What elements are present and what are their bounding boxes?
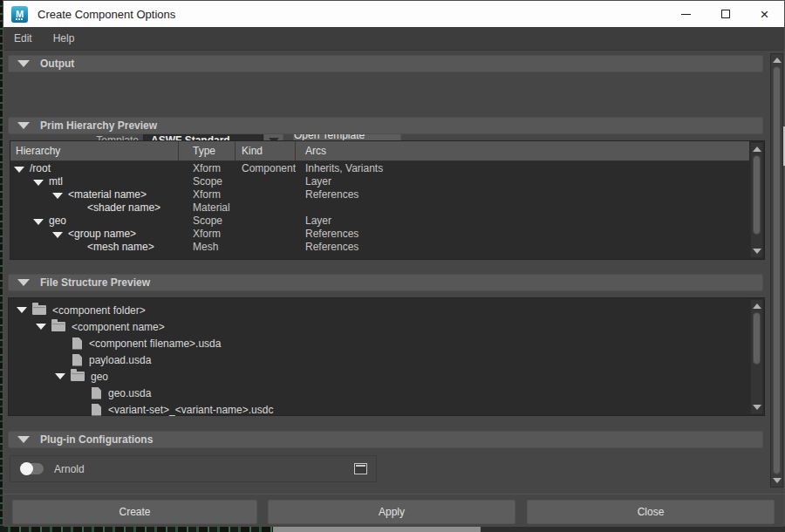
menu-bar: Edit Help	[3, 27, 784, 51]
expander-icon[interactable]	[55, 373, 65, 379]
collapse-triangle-icon	[17, 436, 30, 443]
dialog-scrollbar[interactable]	[770, 53, 783, 488]
prim-type: Mesh	[179, 241, 236, 253]
prim-name: <material name>	[68, 188, 147, 201]
section-title: File Structure Preview	[40, 276, 150, 289]
prim-type: Xform	[179, 228, 236, 240]
maximize-icon	[721, 10, 730, 18]
close-button[interactable]: ×	[745, 1, 784, 27]
file-icon	[92, 387, 101, 399]
prim-name: mtl	[49, 175, 63, 188]
prim-arcs: Inherits, Variants	[296, 162, 749, 174]
apply-button[interactable]: Apply	[268, 500, 515, 524]
file-icon	[92, 404, 101, 416]
scroll-down-icon[interactable]	[751, 402, 762, 413]
scroll-up-icon[interactable]	[751, 301, 762, 311]
scroll-down-icon[interactable]	[751, 246, 762, 256]
table-row[interactable]: geo Scope Layer	[10, 214, 749, 227]
folder-icon	[32, 305, 46, 315]
close-dialog-button[interactable]: Close	[527, 500, 775, 524]
prim-arcs: References	[296, 241, 749, 253]
expander-icon[interactable]	[17, 307, 27, 313]
create-component-options-dialog: M Create Component Options × Edit Help O…	[3, 0, 785, 526]
section-title: Plug-in Configurations	[40, 433, 153, 446]
table-row[interactable]: <shader name> Material	[10, 201, 749, 214]
column-header-arcs[interactable]: Arcs	[296, 141, 749, 160]
section-header-file-structure[interactable]: File Structure Preview	[8, 274, 763, 291]
window-title: Create Component Options	[38, 8, 175, 21]
dialog-footer: Create Apply Close	[3, 494, 784, 527]
section-header-output[interactable]: Output	[8, 55, 763, 72]
tree-item[interactable]: geo	[9, 368, 764, 385]
file-icon	[72, 354, 82, 366]
collapse-triangle-icon	[17, 60, 30, 67]
expander-icon[interactable]	[52, 193, 63, 199]
toggle-knob	[20, 462, 33, 475]
tree-scrollbar[interactable]	[750, 299, 763, 414]
dialog-content: Output Template ASWF Standard (default) …	[3, 51, 784, 494]
scroll-up-icon[interactable]	[771, 55, 782, 65]
table-row[interactable]: <group name> Xform References	[10, 227, 749, 240]
expander-icon[interactable]	[14, 167, 24, 173]
section-title: Output	[40, 58, 74, 70]
scrollbar-thumb[interactable]	[753, 155, 761, 235]
create-button[interactable]: Create	[12, 500, 257, 524]
prim-type: Xform	[179, 188, 236, 201]
collapse-triangle-icon	[17, 122, 30, 129]
column-header-hierarchy[interactable]: Hierarchy	[10, 141, 179, 160]
prim-type: Scope	[179, 215, 236, 227]
background-window-sliver-bottom	[0, 526, 785, 532]
tree-item[interactable]: <component folder>	[9, 302, 764, 318]
expander-icon[interactable]	[33, 180, 44, 186]
expander-icon[interactable]	[36, 324, 46, 330]
column-header-kind[interactable]: Kind	[236, 141, 296, 160]
table-scrollbar[interactable]	[750, 142, 763, 258]
prim-name: <shader name>	[87, 201, 160, 214]
file-icon	[72, 338, 82, 350]
file-structure-tree: <component folder> <component name> <com…	[8, 297, 765, 416]
maximize-button[interactable]	[706, 1, 745, 27]
background-scrollbar-fragment	[273, 526, 481, 532]
scrollbar-thumb[interactable]	[773, 66, 781, 474]
section-title: Prim Hierarchy Preview	[40, 119, 157, 132]
window-controls: ×	[666, 1, 784, 27]
table-row[interactable]: mtl Scope Layer	[10, 174, 749, 188]
tree-item[interactable]: geo.usda	[9, 385, 764, 401]
tree-item[interactable]: <component name>	[9, 318, 764, 335]
tree-label: <component folder>	[52, 304, 146, 317]
prim-hierarchy-table: Hierarchy Type Kind Arcs /root Xform Com…	[10, 140, 765, 260]
close-icon: ×	[761, 7, 769, 22]
scroll-up-icon[interactable]	[751, 144, 762, 154]
tree-item[interactable]: payload.usda	[9, 351, 764, 368]
expander-icon[interactable]	[52, 232, 63, 238]
folder-icon	[71, 372, 85, 381]
minimize-button[interactable]	[666, 1, 706, 27]
arnold-toggle[interactable]	[20, 463, 44, 474]
table-row[interactable]: <mesh name> Mesh References	[10, 240, 749, 253]
table-row[interactable]: /root Xform Component Inherits, Variants	[10, 161, 749, 174]
prim-name: <mesh name>	[87, 241, 154, 253]
prim-arcs: References	[296, 228, 749, 240]
minimize-icon	[681, 14, 691, 15]
table-row[interactable]: <material name> Xform References	[10, 188, 749, 201]
tree-item[interactable]: <variant-set>_<variant-name>.usdc	[9, 401, 764, 418]
prim-kind: Component	[236, 162, 296, 174]
section-header-prim-hierarchy[interactable]: Prim Hierarchy Preview	[8, 117, 763, 134]
expander-icon[interactable]	[33, 219, 44, 225]
section-header-plugin-configurations[interactable]: Plug-in Configurations	[8, 431, 763, 448]
tree-label: geo.usda	[108, 387, 151, 399]
arnold-plugin-row: Arnold	[10, 455, 377, 482]
prim-name: <group name>	[68, 228, 136, 240]
menu-edit[interactable]: Edit	[14, 32, 32, 44]
scrollbar-thumb[interactable]	[753, 312, 761, 365]
popout-window-icon[interactable]	[354, 463, 367, 474]
tree-label: <component filename>.usda	[89, 338, 221, 350]
prim-arcs: References	[296, 188, 749, 201]
scroll-down-icon[interactable]	[771, 475, 782, 486]
menu-help[interactable]: Help	[53, 32, 75, 44]
tree-item[interactable]: <component filename>.usda	[9, 335, 764, 351]
column-header-type[interactable]: Type	[179, 141, 236, 160]
prim-type: Scope	[179, 175, 236, 188]
title-bar[interactable]: M Create Component Options ×	[3, 1, 784, 27]
prim-arcs: Layer	[296, 215, 749, 227]
